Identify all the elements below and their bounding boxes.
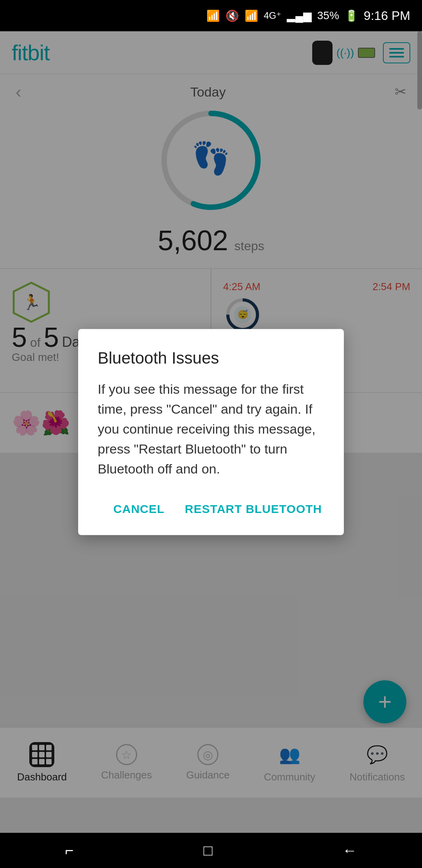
status-bar: 📶 🔇 📶 4G⁺ ▂▄▆ 35% 🔋 9:16 PM [0,0,422,31]
system-nav: ⌐ □ ← [0,833,422,868]
back-button[interactable]: ← [342,842,357,859]
battery-percent: 35% [317,9,339,22]
dialog-title: Bluetooth Issues [98,349,324,368]
mute-icon: 🔇 [225,9,239,22]
signal-icon: ▂▄▆ [287,9,312,22]
restart-bluetooth-button[interactable]: RESTART BLUETOOTH [182,499,324,520]
cancel-button[interactable]: CANCEL [111,499,167,520]
lte-icon: 4G⁺ [264,10,281,21]
bluetooth-dialog: Bluetooth Issues If you see this message… [78,329,344,535]
home-button[interactable]: □ [204,842,213,859]
bluetooth-icon: 📶 [206,9,220,22]
status-icons: 📶 🔇 📶 4G⁺ ▂▄▆ 35% 🔋 9:16 PM [206,9,410,23]
recents-button[interactable]: ⌐ [65,842,73,859]
wifi-icon: 📶 [245,9,258,22]
dialog-body: If you see this message for the first ti… [98,379,324,479]
status-time: 9:16 PM [364,9,410,23]
battery-icon: 🔋 [345,9,358,22]
dialog-actions: CANCEL RESTART BLUETOOTH [98,499,324,520]
app-background: fitbit ((·)) ‹ Today ✂ [0,31,422,833]
